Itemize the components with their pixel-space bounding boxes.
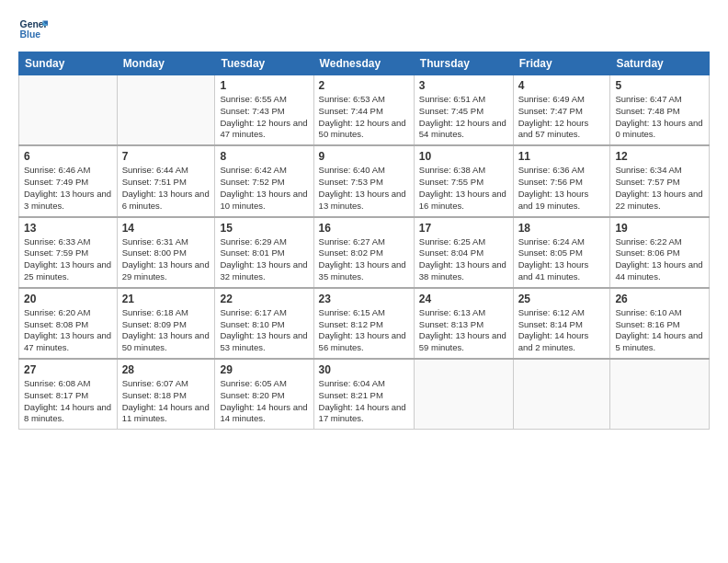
- day-number: 7: [122, 150, 210, 163]
- day-info: Sunrise: 6:47 AM Sunset: 7:48 PM Dayligh…: [615, 94, 704, 141]
- day-info: Sunrise: 6:38 AM Sunset: 7:55 PM Dayligh…: [419, 165, 508, 212]
- day-number: 2: [319, 79, 409, 92]
- day-info: Sunrise: 6:44 AM Sunset: 7:51 PM Dayligh…: [122, 165, 210, 212]
- day-number: 9: [319, 150, 409, 163]
- day-info: Sunrise: 6:33 AM Sunset: 7:59 PM Dayligh…: [24, 236, 112, 283]
- svg-text:Blue: Blue: [20, 29, 41, 40]
- page: General Blue SundayMondayTuesdayWednesda…: [0, 0, 728, 563]
- day-info: Sunrise: 6:25 AM Sunset: 8:04 PM Dayligh…: [419, 236, 508, 283]
- column-header-thursday: Thursday: [414, 52, 513, 75]
- calendar-week-3: 13Sunrise: 6:33 AM Sunset: 7:59 PM Dayli…: [19, 217, 710, 288]
- calendar-cell: 29Sunrise: 6:05 AM Sunset: 8:20 PM Dayli…: [215, 359, 313, 430]
- calendar-cell: 27Sunrise: 6:08 AM Sunset: 8:17 PM Dayli…: [19, 359, 118, 430]
- day-number: 12: [615, 150, 704, 163]
- calendar-cell: 18Sunrise: 6:24 AM Sunset: 8:05 PM Dayli…: [513, 217, 610, 288]
- column-header-saturday: Saturday: [610, 52, 710, 75]
- day-number: 25: [518, 293, 606, 305]
- column-header-wednesday: Wednesday: [313, 52, 414, 75]
- calendar-week-2: 6Sunrise: 6:46 AM Sunset: 7:49 PM Daylig…: [19, 145, 710, 216]
- day-info: Sunrise: 6:40 AM Sunset: 7:53 PM Dayligh…: [319, 165, 409, 212]
- day-info: Sunrise: 6:12 AM Sunset: 8:14 PM Dayligh…: [518, 307, 606, 354]
- day-number: 16: [319, 222, 409, 235]
- day-number: 22: [220, 293, 308, 305]
- day-number: 14: [122, 222, 210, 235]
- day-number: 21: [122, 293, 210, 305]
- day-info: Sunrise: 6:46 AM Sunset: 7:49 PM Dayligh…: [24, 165, 112, 212]
- day-info: Sunrise: 6:17 AM Sunset: 8:10 PM Dayligh…: [220, 307, 308, 354]
- day-number: 5: [615, 79, 704, 92]
- calendar-cell: [117, 75, 215, 146]
- calendar-cell: 12Sunrise: 6:34 AM Sunset: 7:57 PM Dayli…: [610, 145, 710, 216]
- calendar-header-row: SundayMondayTuesdayWednesdayThursdayFrid…: [19, 52, 710, 75]
- day-number: 29: [220, 363, 308, 376]
- day-info: Sunrise: 6:07 AM Sunset: 8:18 PM Dayligh…: [122, 378, 210, 425]
- day-info: Sunrise: 6:20 AM Sunset: 8:08 PM Dayligh…: [24, 307, 112, 354]
- calendar-cell: 14Sunrise: 6:31 AM Sunset: 8:00 PM Dayli…: [117, 217, 215, 288]
- calendar-cell: 1Sunrise: 6:55 AM Sunset: 7:43 PM Daylig…: [215, 75, 313, 146]
- day-info: Sunrise: 6:27 AM Sunset: 8:02 PM Dayligh…: [319, 236, 409, 283]
- day-number: 6: [24, 150, 112, 163]
- day-info: Sunrise: 6:04 AM Sunset: 8:21 PM Dayligh…: [319, 378, 409, 425]
- day-number: 15: [220, 222, 308, 235]
- day-info: Sunrise: 6:53 AM Sunset: 7:44 PM Dayligh…: [319, 94, 409, 141]
- calendar-cell: 6Sunrise: 6:46 AM Sunset: 7:49 PM Daylig…: [19, 145, 118, 216]
- calendar-cell: [19, 75, 118, 146]
- day-number: 27: [24, 363, 112, 376]
- calendar-cell: 21Sunrise: 6:18 AM Sunset: 8:09 PM Dayli…: [117, 288, 215, 359]
- day-info: Sunrise: 6:18 AM Sunset: 8:09 PM Dayligh…: [122, 307, 210, 354]
- calendar-cell: 3Sunrise: 6:51 AM Sunset: 7:45 PM Daylig…: [414, 75, 513, 146]
- calendar-cell: 22Sunrise: 6:17 AM Sunset: 8:10 PM Dayli…: [215, 288, 313, 359]
- calendar-cell: 15Sunrise: 6:29 AM Sunset: 8:01 PM Dayli…: [215, 217, 313, 288]
- day-info: Sunrise: 6:15 AM Sunset: 8:12 PM Dayligh…: [319, 307, 409, 354]
- calendar-week-1: 1Sunrise: 6:55 AM Sunset: 7:43 PM Daylig…: [19, 75, 710, 146]
- calendar-cell: 20Sunrise: 6:20 AM Sunset: 8:08 PM Dayli…: [19, 288, 118, 359]
- day-number: 3: [419, 79, 508, 92]
- calendar-cell: 26Sunrise: 6:10 AM Sunset: 8:16 PM Dayli…: [610, 288, 710, 359]
- calendar-cell: 11Sunrise: 6:36 AM Sunset: 7:56 PM Dayli…: [513, 145, 610, 216]
- calendar-cell: 23Sunrise: 6:15 AM Sunset: 8:12 PM Dayli…: [313, 288, 414, 359]
- day-number: 13: [24, 222, 112, 235]
- day-number: 20: [24, 293, 112, 305]
- day-info: Sunrise: 6:31 AM Sunset: 8:00 PM Dayligh…: [122, 236, 210, 283]
- day-info: Sunrise: 6:42 AM Sunset: 7:52 PM Dayligh…: [220, 165, 308, 212]
- calendar-cell: 7Sunrise: 6:44 AM Sunset: 7:51 PM Daylig…: [117, 145, 215, 216]
- day-number: 24: [419, 293, 508, 305]
- day-number: 1: [220, 79, 308, 92]
- day-info: Sunrise: 6:36 AM Sunset: 7:56 PM Dayligh…: [518, 165, 606, 212]
- day-info: Sunrise: 6:13 AM Sunset: 8:13 PM Dayligh…: [419, 307, 508, 354]
- calendar-cell: 16Sunrise: 6:27 AM Sunset: 8:02 PM Dayli…: [313, 217, 414, 288]
- calendar-cell: 30Sunrise: 6:04 AM Sunset: 8:21 PM Dayli…: [313, 359, 414, 430]
- calendar-cell: 19Sunrise: 6:22 AM Sunset: 8:06 PM Dayli…: [610, 217, 710, 288]
- calendar-week-4: 20Sunrise: 6:20 AM Sunset: 8:08 PM Dayli…: [19, 288, 710, 359]
- column-header-monday: Monday: [117, 52, 215, 75]
- day-info: Sunrise: 6:05 AM Sunset: 8:20 PM Dayligh…: [220, 378, 308, 425]
- logo: General Blue: [18, 15, 48, 44]
- day-info: Sunrise: 6:10 AM Sunset: 8:16 PM Dayligh…: [615, 307, 704, 354]
- calendar-cell: [610, 359, 710, 430]
- day-info: Sunrise: 6:22 AM Sunset: 8:06 PM Dayligh…: [615, 236, 704, 283]
- day-info: Sunrise: 6:29 AM Sunset: 8:01 PM Dayligh…: [220, 236, 308, 283]
- calendar-cell: 9Sunrise: 6:40 AM Sunset: 7:53 PM Daylig…: [313, 145, 414, 216]
- day-number: 28: [122, 363, 210, 376]
- column-header-tuesday: Tuesday: [215, 52, 313, 75]
- calendar-cell: 25Sunrise: 6:12 AM Sunset: 8:14 PM Dayli…: [513, 288, 610, 359]
- column-header-sunday: Sunday: [19, 52, 118, 75]
- day-number: 18: [518, 222, 606, 235]
- day-number: 17: [419, 222, 508, 235]
- day-info: Sunrise: 6:49 AM Sunset: 7:47 PM Dayligh…: [518, 94, 606, 141]
- day-number: 10: [419, 150, 508, 163]
- calendar-cell: 8Sunrise: 6:42 AM Sunset: 7:52 PM Daylig…: [215, 145, 313, 216]
- calendar-cell: 5Sunrise: 6:47 AM Sunset: 7:48 PM Daylig…: [610, 75, 710, 146]
- day-info: Sunrise: 6:34 AM Sunset: 7:57 PM Dayligh…: [615, 165, 704, 212]
- day-info: Sunrise: 6:51 AM Sunset: 7:45 PM Dayligh…: [419, 94, 508, 141]
- calendar: SundayMondayTuesdayWednesdayThursdayFrid…: [18, 52, 710, 430]
- day-number: 23: [319, 293, 409, 305]
- day-info: Sunrise: 6:24 AM Sunset: 8:05 PM Dayligh…: [518, 236, 606, 283]
- column-header-friday: Friday: [513, 52, 610, 75]
- day-number: 4: [518, 79, 606, 92]
- calendar-cell: 2Sunrise: 6:53 AM Sunset: 7:44 PM Daylig…: [313, 75, 414, 146]
- calendar-cell: 17Sunrise: 6:25 AM Sunset: 8:04 PM Dayli…: [414, 217, 513, 288]
- calendar-cell: [414, 359, 513, 430]
- calendar-cell: 4Sunrise: 6:49 AM Sunset: 7:47 PM Daylig…: [513, 75, 610, 146]
- day-number: 26: [615, 293, 704, 305]
